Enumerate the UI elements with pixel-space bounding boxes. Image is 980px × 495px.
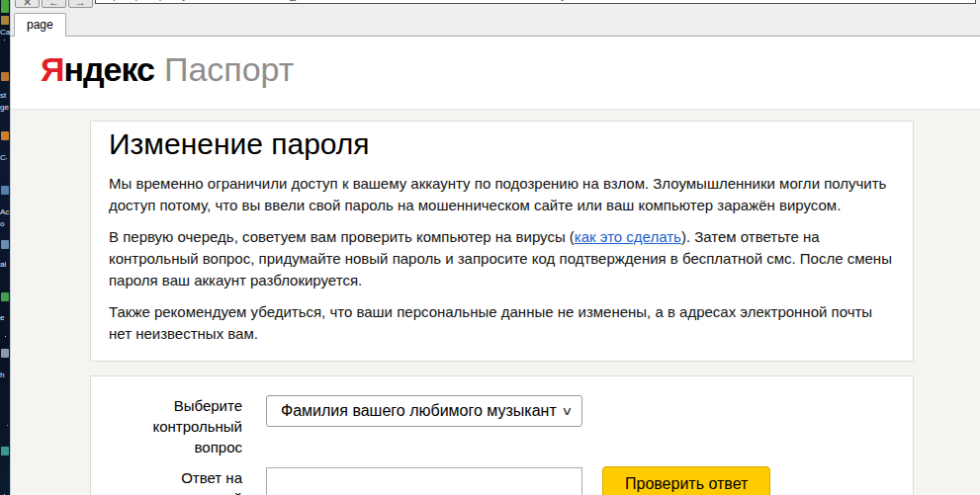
desktop-icon-label: ge	[0, 103, 9, 112]
desktop-icon-label: ai	[0, 260, 6, 269]
info-paragraph-3: Также рекомендуем убедиться, что ваши пе…	[109, 301, 895, 345]
answer-row: Ответ на контрольный вопрос Проверить от…	[109, 467, 895, 495]
logo-letter-ya: Я	[41, 50, 63, 88]
forward-button[interactable]: →	[68, 0, 93, 8]
desktop-icon-label: o	[0, 219, 4, 228]
desktop-icon[interactable]	[1, 349, 9, 358]
desktop-icon[interactable]	[1, 186, 9, 195]
security-question-select[interactable]: Фамилия вашего любимого музыканта ∨	[266, 395, 582, 427]
browser-window: ✕ ← → https://passport.yandex.ru/auth?tr…	[10, 0, 980, 495]
tab-bar: page	[11, 10, 980, 37]
wallpaper-stars	[4, 40, 5, 41]
answer-input[interactable]	[266, 467, 582, 495]
desktop-icon-label: e	[0, 313, 4, 322]
desktop-icon[interactable]	[1, 240, 9, 249]
desktop-icon[interactable]	[1, 447, 9, 455]
security-question-panel: Выберите контрольный вопрос Фамилия ваше…	[90, 375, 914, 495]
answer-label: Ответ на контрольный вопрос	[109, 467, 242, 495]
back-button[interactable]: ←	[42, 0, 66, 8]
label-line: контрольный	[109, 488, 242, 495]
selected-question: Фамилия вашего любимого музыканта	[281, 402, 557, 420]
url-input[interactable]: https://passport.yandex.ru/auth?track_id…	[95, 0, 976, 4]
label-line: вопрос	[109, 437, 242, 457]
chevron-down-icon: ∨	[561, 404, 573, 418]
label-line: Выберите	[109, 395, 242, 416]
desktop-icon-label: st	[0, 91, 6, 100]
desktop-icon-label: Ac	[0, 207, 9, 216]
tab-page[interactable]: page	[14, 13, 66, 37]
desktop-icon-label: C	[0, 153, 6, 162]
desktop-icon[interactable]	[1, 0, 9, 13]
browser-toolbar: ✕ ← → https://passport.yandex.ru/auth?tr…	[11, 0, 980, 10]
desktop-icon-label: h	[0, 371, 4, 379]
how-to-do-link[interactable]: как это сделать	[575, 228, 681, 245]
yandex-passport-logo[interactable]: ЯндексПаспорт	[41, 49, 980, 89]
info-paragraph-1: Мы временно ограничили доступ к вашему а…	[109, 173, 895, 216]
info-paragraph-2: В первую очередь, советуем вам проверить…	[109, 226, 895, 291]
logo-service-name: Паспорт	[164, 50, 294, 88]
label-line: Ответ на	[109, 467, 242, 488]
desktop-icon[interactable]	[1, 72, 9, 81]
page-body: Изменение пароля Мы временно ограничили …	[11, 110, 980, 495]
paragraph-text: В первую очередь, советуем вам проверить…	[109, 228, 575, 245]
page: ЯндексПаспорт Изменение пароля Мы времен…	[11, 37, 980, 495]
logo-rest: ндекс	[63, 50, 154, 88]
screen: Ca st ge C Ac o ai e h ✕ ← → https://pas…	[0, 0, 980, 495]
label-line: контрольный	[109, 416, 242, 437]
desktop-icon[interactable]	[1, 292, 9, 301]
question-label: Выберите контрольный вопрос	[109, 395, 242, 457]
page-title: Изменение пароля	[109, 125, 895, 163]
question-row: Выберите контрольный вопрос Фамилия ваше…	[109, 395, 895, 457]
desktop-icon[interactable]	[1, 16, 9, 25]
check-answer-button[interactable]: Проверить ответ	[602, 466, 770, 495]
desktop-icon[interactable]	[1, 131, 9, 140]
site-header: ЯндексПаспорт	[11, 37, 980, 110]
desktop-icon-label: Ca	[0, 28, 10, 37]
password-change-panel: Изменение пароля Мы временно ограничили …	[90, 121, 914, 362]
desktop-strip: Ca st ge C Ac o ai e h	[0, 0, 10, 495]
stop-button[interactable]: ✕	[15, 0, 40, 8]
